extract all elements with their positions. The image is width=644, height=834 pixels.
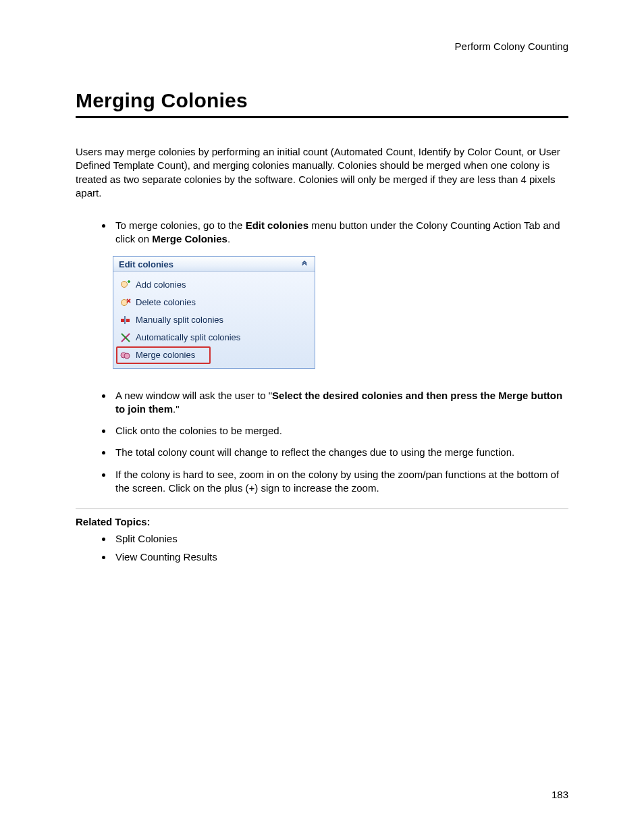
title-underline bbox=[76, 116, 568, 118]
page-title: Merging Colonies bbox=[76, 89, 568, 112]
svg-point-0 bbox=[122, 281, 128, 287]
document-page: Perform Colony Counting Merging Colonies… bbox=[0, 0, 644, 565]
manual-split-icon bbox=[120, 315, 131, 325]
svg-point-1 bbox=[122, 299, 128, 305]
text-fragment: A new window will ask the user to " bbox=[115, 390, 272, 401]
page-number: 183 bbox=[552, 789, 568, 800]
steps-list: To merge colonies, go to the Edit coloni… bbox=[76, 219, 568, 246]
panel-item-add-colonies[interactable]: Add colonies bbox=[116, 276, 312, 294]
text-fragment: . bbox=[227, 233, 230, 244]
panel-item-label: Add colonies bbox=[136, 280, 186, 290]
running-header: Perform Colony Counting bbox=[76, 41, 568, 52]
panel-item-auto-split[interactable]: Automatically split colonies bbox=[116, 329, 312, 346]
merge-colonies-icon bbox=[120, 350, 131, 361]
panel-header[interactable]: Edit colonies bbox=[113, 257, 315, 272]
edit-colonies-panel-screenshot: Edit colonies Add colonies Delete coloni bbox=[113, 256, 568, 369]
section-divider bbox=[76, 509, 568, 509]
related-topics-heading: Related Topics: bbox=[76, 516, 568, 527]
text-fragment: ." bbox=[173, 403, 180, 415]
related-topics-list: Split Colonies View Counting Results bbox=[76, 531, 568, 565]
delete-colonies-icon bbox=[120, 297, 131, 308]
svg-point-5 bbox=[124, 353, 130, 359]
svg-rect-2 bbox=[121, 319, 124, 322]
intro-paragraph: Users may merge colonies by performing a… bbox=[76, 145, 568, 200]
step-2: A new window will ask the user to "Selec… bbox=[113, 389, 568, 417]
panel-title: Edit colonies bbox=[119, 259, 173, 269]
panel-item-manual-split[interactable]: Manually split colonies bbox=[116, 311, 312, 329]
steps-list-continued: A new window will ask the user to "Selec… bbox=[76, 389, 568, 496]
step-3: Click onto the colonies to be merged. bbox=[113, 424, 568, 438]
related-topic-view-results[interactable]: View Counting Results bbox=[113, 550, 568, 565]
svg-rect-3 bbox=[126, 319, 130, 322]
collapse-icon[interactable] bbox=[300, 259, 309, 269]
step-1: To merge colonies, go to the Edit coloni… bbox=[113, 219, 568, 246]
text-fragment: To merge colonies, go to the bbox=[115, 219, 246, 231]
panel-item-merge-colonies[interactable]: Merge colonies bbox=[116, 346, 211, 364]
edit-colonies-panel: Edit colonies Add colonies Delete coloni bbox=[113, 256, 315, 369]
panel-item-label: Automatically split colonies bbox=[136, 332, 240, 342]
bold-text: Edit colonies bbox=[246, 219, 308, 231]
panel-item-delete-colonies[interactable]: Delete colonies bbox=[116, 294, 312, 311]
step-4: The total colony count will change to re… bbox=[113, 446, 568, 459]
panel-body: Add colonies Delete colonies Manually sp… bbox=[113, 272, 315, 368]
bold-text: Merge Colonies bbox=[152, 233, 227, 244]
add-colonies-icon bbox=[120, 280, 131, 290]
step-5: If the colony is hard to see, zoom in on… bbox=[113, 468, 568, 496]
related-topic-split-colonies[interactable]: Split Colonies bbox=[113, 531, 568, 547]
auto-split-icon bbox=[120, 332, 131, 343]
panel-item-label: Merge colonies bbox=[136, 350, 195, 360]
panel-item-label: Manually split colonies bbox=[136, 315, 223, 325]
panel-item-label: Delete colonies bbox=[136, 297, 196, 307]
